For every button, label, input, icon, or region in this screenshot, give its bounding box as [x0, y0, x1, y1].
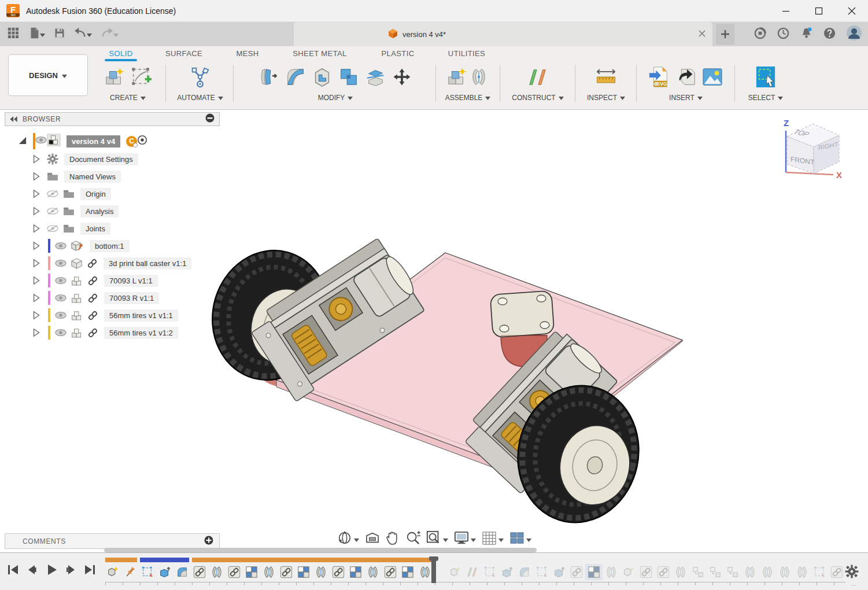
timeline-feature-extrude[interactable]: [551, 564, 568, 580]
tab-plastic[interactable]: PLASTIC: [378, 48, 418, 59]
browser-header[interactable]: BROWSER: [5, 112, 220, 126]
timeline-feature-asbuilt[interactable]: [347, 564, 364, 580]
browser-item[interactable]: 56mm tires v1 v1:1: [5, 307, 220, 324]
visibility-toggle-icon[interactable]: [55, 294, 67, 302]
browser-item[interactable]: Joints: [5, 220, 220, 237]
combine-button[interactable]: [337, 66, 361, 90]
visibility-toggle-icon[interactable]: [55, 259, 67, 267]
go-to-start-button[interactable]: [6, 563, 21, 578]
browser-item[interactable]: Origin: [5, 185, 220, 202]
browser-item-label[interactable]: Joints: [80, 223, 110, 235]
job-status-button[interactable]: [774, 24, 792, 45]
fillet-button[interactable]: [283, 66, 308, 90]
group-label-create[interactable]: CREATE: [110, 94, 146, 105]
timeline-feature-fillet[interactable]: [173, 564, 191, 580]
group-label-insert[interactable]: INSERT: [669, 94, 703, 105]
root-expand-arrow[interactable]: [17, 135, 27, 148]
tab-utilities[interactable]: UTILITIES: [445, 48, 489, 59]
timeline-feature-extrude[interactable]: [156, 564, 173, 580]
comments-bar[interactable]: COMMENTS: [5, 533, 220, 549]
browser-item-label[interactable]: Origin: [80, 188, 111, 200]
visibility-toggle-icon[interactable]: [55, 311, 67, 319]
timeline-feature-joint[interactable]: [364, 564, 382, 580]
timeline-feature-joint[interactable]: [793, 564, 811, 580]
timeline-feature-extrude[interactable]: [498, 564, 516, 580]
timeline-feature-asbuilt[interactable]: [585, 564, 603, 580]
timeline-playhead[interactable]: [431, 556, 436, 583]
component-color-swatch[interactable]: [48, 326, 50, 340]
expand-arrow-icon[interactable]: [32, 241, 42, 250]
minimize-button[interactable]: [769, 0, 802, 22]
expand-arrow-icon[interactable]: [32, 259, 42, 268]
timeline-feature-component[interactable]: [104, 564, 121, 580]
look-at-button[interactable]: [364, 530, 381, 548]
group-label-automate[interactable]: AUTOMATE: [177, 94, 223, 105]
root-label[interactable]: version 4 v4: [67, 135, 120, 148]
timeline-feature-joint[interactable]: [603, 564, 620, 580]
browser-item[interactable]: 70093 R v1:1: [5, 289, 220, 307]
timeline-feature-joint[interactable]: [208, 564, 226, 580]
timeline-feature-joint[interactable]: [759, 564, 776, 580]
workspace-selector[interactable]: DESIGN: [8, 54, 88, 96]
save-button[interactable]: [51, 25, 68, 43]
timeline-feature-link[interactable]: [655, 564, 672, 580]
browser-item-label[interactable]: Named Views: [64, 171, 121, 183]
visibility-toggle-icon[interactable]: [55, 242, 67, 250]
browser-item-label[interactable]: 70093 R v1:1: [104, 292, 159, 304]
timeline-feature-link[interactable]: [191, 564, 208, 580]
undo-button[interactable]: [72, 25, 94, 43]
timeline-feature-link[interactable]: [382, 564, 399, 580]
timeline-feature-asbuilt[interactable]: [295, 564, 312, 580]
root-activate-radio[interactable]: [137, 135, 147, 148]
viewcube[interactable]: Z X TOP FRONT RIGHT: [770, 115, 846, 182]
create-sketch-button[interactable]: [129, 66, 153, 90]
hide-all-icon[interactable]: [205, 113, 215, 125]
expand-arrow-icon[interactable]: [32, 224, 42, 233]
browser-item[interactable]: 3d print ball caster v1:1: [5, 255, 220, 272]
expand-arrow-icon[interactable]: [32, 328, 42, 337]
assemble-new-component-button[interactable]: [447, 66, 467, 90]
group-label-assemble[interactable]: ASSEMBLE: [445, 94, 491, 105]
timeline-feature-link[interactable]: [568, 564, 585, 580]
browser-item[interactable]: bottom:1: [5, 237, 220, 255]
timeline-feature-sketch[interactable]: [481, 564, 498, 580]
browser-item[interactable]: 70093 L v1:1: [5, 272, 220, 289]
browser-item-label[interactable]: 56mm tires v1 v1:1: [104, 309, 178, 322]
timeline-feature-copy[interactable]: [724, 564, 741, 580]
root-visibility-toggle[interactable]: [35, 136, 47, 146]
expand-arrow-icon[interactable]: [32, 154, 42, 164]
document-tab-close-button[interactable]: [696, 27, 708, 42]
expand-arrow-icon[interactable]: [32, 189, 42, 198]
new-component-button[interactable]: [102, 66, 127, 90]
file-menu-button[interactable]: [26, 24, 47, 44]
step-back-button[interactable]: [25, 563, 40, 578]
browser-item[interactable]: Named Views: [5, 168, 220, 185]
group-label-modify[interactable]: MODIFY: [318, 94, 353, 105]
close-button[interactable]: [835, 0, 868, 22]
maximize-button[interactable]: [802, 0, 835, 22]
add-comment-icon[interactable]: [204, 536, 213, 547]
step-forward-button[interactable]: [63, 563, 78, 578]
orbit-button[interactable]: [336, 529, 360, 549]
redo-button[interactable]: [98, 25, 121, 43]
timeline-feature-joint[interactable]: [741, 564, 759, 580]
timeline-feature-joint[interactable]: [776, 564, 793, 580]
group-label-construct[interactable]: CONSTRUCT: [512, 94, 563, 105]
automate-button[interactable]: [188, 66, 212, 90]
group-label-inspect[interactable]: INSPECT: [587, 94, 625, 105]
timeline-feature-link[interactable]: [226, 564, 243, 580]
display-settings-button[interactable]: [453, 530, 477, 548]
timeline-feature-joint[interactable]: [260, 564, 278, 580]
timeline-feature-fillet[interactable]: [516, 564, 533, 580]
timeline-feature-link[interactable]: [637, 564, 655, 580]
collapse-panel-icon[interactable]: [10, 114, 18, 124]
insert-derive-button[interactable]: [674, 66, 698, 90]
move-copy-button[interactable]: [390, 66, 414, 90]
cloud-status-badge[interactable]: C: [126, 136, 137, 147]
zoom-button[interactable]: [404, 529, 422, 549]
timeline-feature-component[interactable]: [446, 564, 464, 580]
insert-canvas-button[interactable]: [700, 66, 725, 90]
notifications-button[interactable]: [797, 24, 815, 45]
browser-item[interactable]: 56mm tires v1 v1:2: [5, 324, 220, 341]
timeline-feature-asbuilt[interactable]: [399, 564, 416, 580]
